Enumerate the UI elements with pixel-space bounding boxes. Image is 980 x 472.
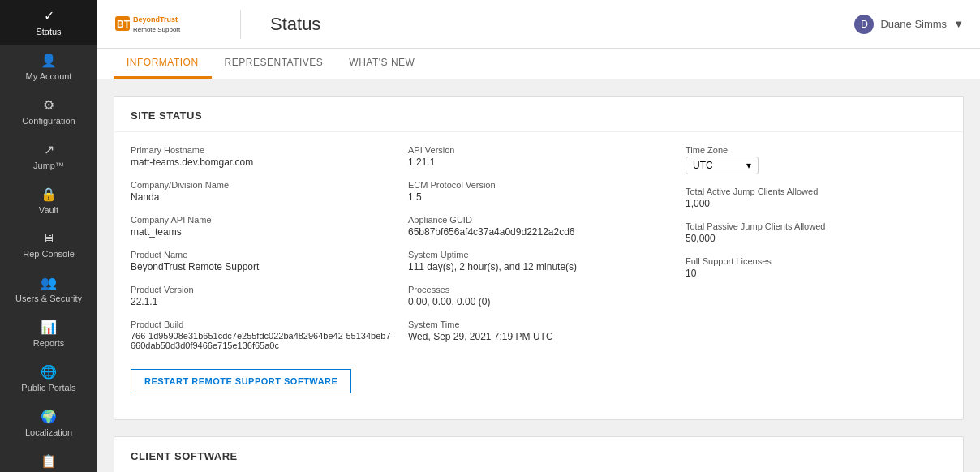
system-uptime-label: System Uptime — [408, 250, 669, 260]
company-api-label: Company API Name — [131, 215, 392, 225]
company-division-value: Nanda — [131, 191, 392, 203]
logo: BT BeyondTrust Remote Support — [114, 11, 211, 37]
system-uptime-value: 111 day(s), 2 hour(s), and 12 minute(s) — [408, 261, 669, 272]
timezone-dropdown-icon: ▾ — [746, 160, 751, 171]
restart-remote-support-button[interactable]: RESTART REMOTE SUPPORT SOFTWARE — [131, 369, 351, 393]
sidebar-item-label: Configuration — [22, 116, 75, 126]
site-status-grid: Primary Hostname matt-teams.dev.bomgar.c… — [131, 145, 947, 350]
api-version-value: 1.21.1 — [408, 157, 669, 168]
reports-icon: 📊 — [41, 320, 57, 335]
product-build-label: Product Build — [131, 320, 392, 329]
total-active-label: Total Active Jump Clients Allowed — [686, 187, 947, 196]
sidebar-item-management[interactable]: 📋 Management — [0, 445, 97, 472]
site-status-card: SITE STATUS Primary Hostname matt-teams.… — [114, 96, 964, 420]
management-icon: 📋 — [41, 453, 57, 469]
sidebar: ✓ Status 👤 My Account ⚙ Configuration ↗ … — [0, 0, 97, 472]
user-dropdown-icon[interactable]: ▼ — [953, 18, 964, 30]
ecm-protocol-item: ECM Protocol Version 1.5 — [408, 180, 669, 203]
header-divider — [240, 10, 241, 39]
tab-information[interactable]: INFORMATION — [114, 49, 212, 79]
header: BT BeyondTrust Remote Support Status D D… — [97, 0, 980, 49]
product-build-value: 766-1d95908e31b651cdc7e255fdc022ba482964… — [131, 331, 392, 350]
product-version-item: Product Version 22.1.1 — [131, 285, 392, 307]
client-software-card: CLIENT SOFTWARE Name ▲ Built to attempt … — [114, 436, 964, 472]
vault-icon: 🔒 — [41, 187, 57, 202]
product-version-label: Product Version — [131, 285, 392, 294]
sidebar-item-label: My Account — [26, 71, 72, 81]
user-name[interactable]: Duane Simms — [880, 18, 947, 30]
full-support-value: 10 — [686, 268, 947, 279]
full-support-item: Full Support Licenses 10 — [686, 256, 947, 279]
sidebar-item-rep-console[interactable]: 🖥 Rep Console — [0, 223, 97, 267]
company-api-value: matt_teams — [131, 226, 392, 238]
system-time-item: System Time Wed, Sep 29, 2021 7:19 PM UT… — [408, 320, 669, 342]
svg-text:BeyondTrust: BeyondTrust — [133, 15, 178, 24]
appliance-guid-label: Appliance GUID — [408, 215, 669, 225]
system-time-value: Wed, Sep 29, 2021 7:19 PM UTC — [408, 331, 669, 342]
sidebar-item-label: Vault — [39, 205, 58, 215]
sidebar-item-reports[interactable]: 📊 Reports — [0, 311, 97, 356]
account-icon: 👤 — [41, 53, 57, 68]
sidebar-item-localization[interactable]: 🌍 Localization — [0, 401, 97, 445]
total-active-item: Total Active Jump Clients Allowed 1,000 — [686, 187, 947, 209]
beyondtrust-logo: BT BeyondTrust Remote Support — [114, 11, 211, 37]
primary-hostname-label: Primary Hostname — [131, 145, 392, 155]
total-passive-item: Total Passive Jump Clients Allowed 50,00… — [686, 221, 947, 244]
tab-whats-new[interactable]: WHAT'S NEW — [336, 49, 428, 79]
total-passive-value: 50,000 — [686, 233, 947, 244]
sidebar-item-users-security[interactable]: 👥 Users & Security — [0, 267, 97, 311]
tab-representatives[interactable]: REPRESENTATIVES — [212, 49, 337, 79]
sidebar-item-label: Users & Security — [15, 294, 82, 303]
processes-label: Processes — [408, 285, 669, 294]
config-icon: ⚙ — [43, 97, 54, 113]
total-active-value: 1,000 — [686, 198, 947, 209]
sidebar-item-label: Localization — [25, 427, 72, 437]
sidebar-item-label: Jump™ — [33, 161, 64, 170]
site-status-col1: Primary Hostname matt-teams.dev.bomgar.c… — [131, 145, 392, 350]
system-time-label: System Time — [408, 320, 669, 329]
timezone-select[interactable]: UTC ▾ — [686, 157, 759, 174]
sidebar-item-label: Reports — [33, 338, 65, 348]
appliance-guid-value: 65b87bf656af4c37a4a0d9d2212a2cd6 — [408, 226, 669, 238]
company-division-item: Company/Division Name Nanda — [131, 180, 392, 203]
tab-bar: INFORMATION REPRESENTATIVES WHAT'S NEW — [97, 49, 980, 79]
header-user: D Duane Simms ▼ — [854, 15, 964, 34]
primary-hostname-value: matt-teams.dev.bomgar.com — [131, 157, 392, 168]
sidebar-item-jump[interactable]: ↗ Jump™ — [0, 134, 97, 178]
content-area: SITE STATUS Primary Hostname matt-teams.… — [97, 79, 980, 472]
sidebar-item-label: Status — [36, 27, 61, 36]
site-status-col3: Time Zone UTC ▾ Total Active Jump Client… — [686, 145, 947, 350]
api-version-label: API Version — [408, 145, 669, 155]
main-content: BT BeyondTrust Remote Support Status D D… — [97, 0, 980, 472]
svg-text:BT: BT — [117, 19, 131, 30]
timezone-label: Time Zone — [686, 145, 947, 155]
sidebar-item-label: Public Portals — [21, 383, 75, 393]
processes-item: Processes 0.00, 0.00, 0.00 (0) — [408, 285, 669, 307]
product-name-label: Product Name — [131, 250, 392, 260]
sidebar-item-status[interactable]: ✓ Status — [0, 0, 97, 45]
site-status-col2: API Version 1.21.1 ECM Protocol Version … — [408, 145, 669, 350]
sidebar-item-label: Rep Console — [23, 249, 75, 259]
status-icon: ✓ — [44, 8, 54, 24]
product-version-value: 22.1.1 — [131, 296, 392, 307]
client-software-title: CLIENT SOFTWARE — [114, 437, 963, 472]
product-build-item: Product Build 766-1d95908e31b651cdc7e255… — [131, 320, 392, 350]
ecm-protocol-label: ECM Protocol Version — [408, 180, 669, 190]
processes-value: 0.00, 0.00, 0.00 (0) — [408, 296, 669, 307]
product-name-value: BeyondTrust Remote Support — [131, 261, 392, 272]
sidebar-item-vault[interactable]: 🔒 Vault — [0, 178, 97, 223]
company-api-item: Company API Name matt_teams — [131, 215, 392, 238]
page-title: Status — [270, 14, 320, 35]
svg-text:Remote Support: Remote Support — [133, 26, 181, 33]
portals-icon: 🌐 — [41, 364, 57, 380]
timezone-item: Time Zone UTC ▾ — [686, 145, 947, 174]
users-icon: 👥 — [41, 275, 57, 290]
product-name-item: Product Name BeyondTrust Remote Support — [131, 250, 392, 272]
total-passive-label: Total Passive Jump Clients Allowed — [686, 221, 947, 231]
localization-icon: 🌍 — [41, 409, 57, 424]
sidebar-item-public-portals[interactable]: 🌐 Public Portals — [0, 356, 97, 401]
sidebar-item-configuration[interactable]: ⚙ Configuration — [0, 89, 97, 134]
sidebar-item-my-account[interactable]: 👤 My Account — [0, 45, 97, 89]
user-avatar: D — [854, 15, 874, 34]
api-version-item: API Version 1.21.1 — [408, 145, 669, 168]
